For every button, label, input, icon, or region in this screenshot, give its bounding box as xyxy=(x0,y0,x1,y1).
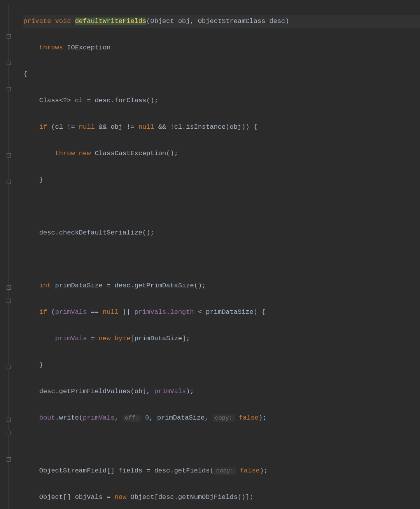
fold-marker[interactable]: − xyxy=(7,299,11,303)
text: ); xyxy=(260,467,268,474)
punct: , xyxy=(190,17,198,25)
keyword: null xyxy=(138,123,154,131)
text: Object[desc.getNumObjFields()]; xyxy=(126,493,253,501)
fold-marker[interactable]: − xyxy=(7,180,11,184)
method-name: defaultWriteFields xyxy=(75,17,147,25)
keyword: new xyxy=(115,493,127,501)
text: primDataSize = desc.getPrimDataSize(); xyxy=(51,282,206,289)
keyword: void xyxy=(55,17,71,25)
text: desc.getPrimFieldValues(obj, xyxy=(39,388,154,395)
field: bout xyxy=(39,414,55,422)
code-line[interactable]: desc.getPrimFieldValues(obj, primVals); xyxy=(23,385,420,398)
fold-marker[interactable]: − xyxy=(7,365,11,369)
keyword: false xyxy=(240,467,260,474)
text: < primDataSize) { xyxy=(194,308,266,316)
param-hint: off: xyxy=(122,415,141,422)
param-hint: copy: xyxy=(213,415,235,422)
text: desc.checkDefaultSerialize(); xyxy=(39,229,154,236)
text: , primDataSize, xyxy=(149,414,213,422)
code-line[interactable] xyxy=(23,438,420,451)
code-line[interactable]: if (primVals == null || primVals.length … xyxy=(23,306,420,319)
text: [primDataSize]; xyxy=(130,335,190,342)
field: length xyxy=(170,308,194,316)
keyword: private xyxy=(23,17,51,25)
text: = desc.forClass(); xyxy=(83,97,158,104)
keyword: if xyxy=(39,123,47,131)
text: = xyxy=(87,335,99,342)
number: 0 xyxy=(145,414,149,422)
code-line[interactable]: throws IOException xyxy=(23,41,420,54)
type: Object xyxy=(150,17,174,25)
fold-marker[interactable]: − xyxy=(7,61,11,65)
text: ); xyxy=(259,414,266,422)
code-line[interactable]: if (cl != null && obj != null && !cl.isI… xyxy=(23,121,420,134)
text xyxy=(141,414,145,422)
code-line[interactable]: private void defaultWriteFields(Object o… xyxy=(23,15,420,28)
text: && !cl.isInstance(obj)) { xyxy=(154,123,257,131)
code-line[interactable]: } xyxy=(23,173,420,187)
text: ( xyxy=(47,308,55,316)
text xyxy=(236,467,240,474)
code-line[interactable]: desc.checkDefaultSerialize(); xyxy=(23,226,420,240)
text: . xyxy=(166,308,170,316)
text: .write( xyxy=(55,414,83,422)
type: Class<?> xyxy=(39,97,75,104)
keyword: int xyxy=(39,282,51,289)
text: ObjectStreamField[] fields = desc.getFie… xyxy=(39,467,214,474)
code-line[interactable] xyxy=(23,253,420,266)
text: (cl != xyxy=(47,123,79,131)
type: IOException xyxy=(67,44,110,51)
brace: } xyxy=(39,361,43,369)
field: primVals xyxy=(83,414,115,422)
field: primVals xyxy=(154,388,186,395)
field: primVals xyxy=(135,308,166,316)
fold-marker[interactable]: − xyxy=(7,457,11,462)
code-line[interactable]: Class<?> cl = desc.forClass(); xyxy=(23,94,420,107)
fold-marker[interactable]: − xyxy=(7,34,11,38)
keyword: new xyxy=(99,335,111,342)
gutter: − − − − − − − − − − − xyxy=(0,0,12,509)
fold-marker[interactable]: − xyxy=(7,87,11,91)
code-line[interactable]: int primDataSize = desc.getPrimDataSize(… xyxy=(23,279,420,292)
code-content[interactable]: private void defaultWriteFields(Object o… xyxy=(12,0,420,509)
keyword: false xyxy=(239,414,259,422)
keyword: throws xyxy=(39,44,63,51)
fold-marker[interactable]: − xyxy=(7,153,11,157)
code-line[interactable]: throw new ClassCastException(); xyxy=(23,147,420,160)
text: Object[] objVals = xyxy=(39,493,115,501)
punct: ) xyxy=(285,17,289,25)
var: cl xyxy=(75,97,83,104)
keyword: if xyxy=(39,308,47,316)
brace: } xyxy=(39,176,43,184)
text xyxy=(110,335,114,342)
param-hint: copy: xyxy=(214,467,236,475)
code-line[interactable]: bout.write(primVals, off: 0, primDataSiz… xyxy=(23,411,420,425)
fold-marker[interactable]: − xyxy=(7,285,11,290)
text xyxy=(235,414,239,422)
text: ); xyxy=(186,388,194,395)
text: ClassCastException(); xyxy=(91,150,178,157)
text: || xyxy=(119,308,135,316)
param: obj xyxy=(178,17,190,25)
keyword: null xyxy=(103,308,119,316)
code-editor[interactable]: − − − − − − − − − − − private void defau… xyxy=(0,0,420,509)
code-line[interactable]: ObjectStreamField[] fields = desc.getFie… xyxy=(23,464,420,478)
keyword: byte xyxy=(115,335,131,342)
type: ObjectStreamClass xyxy=(198,17,265,25)
code-line[interactable] xyxy=(23,200,420,213)
keyword: new xyxy=(79,150,91,157)
text: && obj != xyxy=(95,123,138,131)
code-line[interactable]: primVals = new byte[primDataSize]; xyxy=(23,332,420,345)
punct: ( xyxy=(146,17,150,25)
fold-marker[interactable]: − xyxy=(7,418,11,422)
text: , xyxy=(115,414,122,422)
fold-marker[interactable]: − xyxy=(7,431,11,435)
code-line[interactable]: { xyxy=(23,68,420,81)
brace: { xyxy=(23,70,27,78)
text: == xyxy=(87,308,103,316)
field: primVals xyxy=(55,335,87,342)
code-line[interactable]: Object[] objVals = new Object[desc.getNu… xyxy=(23,491,420,504)
code-line[interactable]: } xyxy=(23,359,420,372)
keyword: throw xyxy=(55,150,75,157)
param: desc xyxy=(270,17,285,25)
